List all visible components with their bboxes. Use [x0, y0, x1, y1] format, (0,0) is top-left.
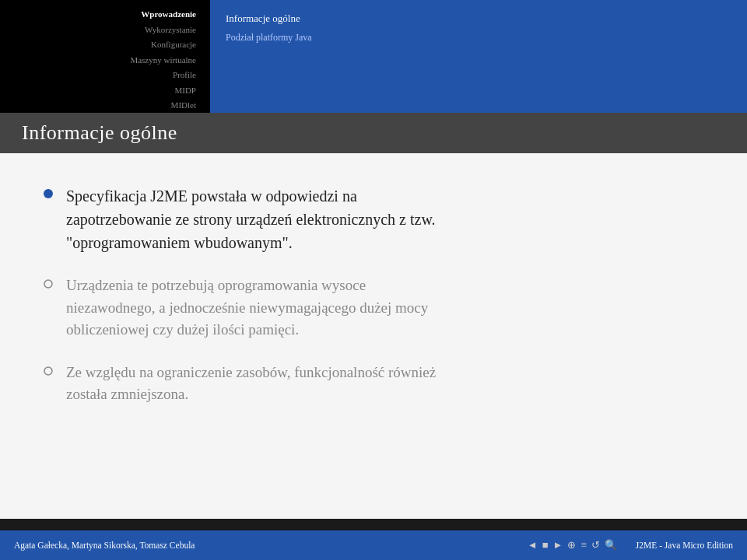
bullet-item: Ze względu na ograniczenie zasobów, funk…: [43, 362, 704, 406]
nav-right-item: Informacje ogólne: [226, 11, 731, 27]
bullet-dot: [43, 188, 57, 202]
nav-prev-icon[interactable]: ◄: [528, 539, 538, 551]
svg-point-2: [44, 367, 52, 375]
nav-left-item[interactable]: Wykorzystanie: [145, 23, 196, 37]
nav-refresh-icon[interactable]: ↺: [591, 539, 600, 551]
footer-title: J2ME - Java Micro Edition: [636, 541, 733, 550]
svg-point-0: [44, 189, 53, 198]
bullet-text: Urządzenia te potrzebują oprogramowania …: [66, 275, 428, 341]
section-title: Informacje ogólne: [22, 121, 177, 145]
bottom-bar: Agata Gałecka, Martyna Sikorska, Tomasz …: [0, 530, 747, 560]
nav-search-icon[interactable]: ⊕: [567, 539, 576, 551]
top-nav: WprowadzenieWykorzystanieKonfiguracjeMas…: [0, 0, 747, 113]
nav-right-item: Podział platformy Java: [226, 30, 731, 45]
footer-authors: Agata Gałecka, Martyna Sikorska, Tomasz …: [14, 541, 195, 550]
bullet-dot: [43, 366, 57, 380]
nav-list-icon[interactable]: ≡: [580, 539, 586, 551]
footer-right: ◄ ■ ► ⊕ ≡ ↺ 🔍 J2ME - Java Micro Edition: [526, 539, 733, 551]
bullet-text: Specyfikacja J2ME powstała w odpowiedzi …: [66, 184, 436, 254]
svg-point-1: [44, 280, 52, 288]
nav-zoom-icon[interactable]: 🔍: [605, 539, 617, 551]
bullet-item: Urządzenia te potrzebują oprogramowania …: [43, 275, 704, 341]
nav-left-item[interactable]: Konfiguracje: [151, 38, 196, 51]
nav-left-item[interactable]: Maszyny wirtualne: [130, 54, 196, 67]
nav-left-item[interactable]: Profile: [173, 68, 196, 82]
nav-box-icon[interactable]: ■: [542, 539, 549, 551]
nav-left-item[interactable]: MIDP: [174, 84, 196, 97]
section-title-bar: Informacje ogólne: [0, 113, 747, 153]
nav-next-icon[interactable]: ►: [553, 539, 563, 551]
nav-left-item[interactable]: Wprowadzenie: [141, 8, 196, 21]
nav-left-item[interactable]: MIDlet: [171, 99, 196, 112]
bullet-dot: [43, 278, 57, 292]
bullet-item: Specyfikacja J2ME powstała w odpowiedzi …: [43, 184, 704, 254]
bullet-text: Ze względu na ograniczenie zasobów, funk…: [66, 362, 436, 406]
nav-left: WprowadzenieWykorzystanieKonfiguracjeMas…: [0, 0, 210, 113]
main-content: Specyfikacja J2ME powstała w odpowiedzi …: [0, 153, 747, 519]
nav-right: Informacje ogólnePodział platformy Java: [210, 0, 747, 113]
